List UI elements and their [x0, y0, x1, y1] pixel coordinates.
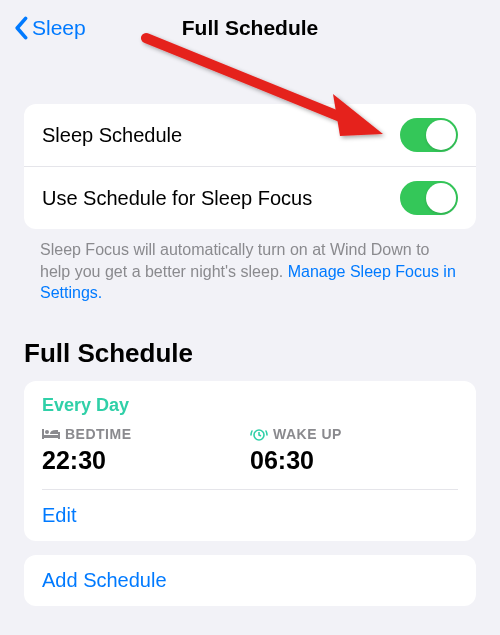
back-button[interactable]: Sleep — [14, 16, 86, 40]
alarm-icon — [250, 427, 268, 441]
use-schedule-focus-toggle[interactable] — [400, 181, 458, 215]
svg-rect-1 — [42, 429, 44, 439]
bedtime-value: 22:30 — [42, 446, 250, 475]
use-schedule-focus-label: Use Schedule for Sleep Focus — [42, 187, 312, 210]
wakeup-label: WAKE UP — [273, 426, 342, 442]
section-header: Full Schedule — [24, 338, 476, 369]
settings-card: Sleep Schedule Use Schedule for Sleep Fo… — [24, 104, 476, 229]
footnote: Sleep Focus will automatically turn on a… — [24, 239, 476, 304]
toggle-knob — [426, 120, 456, 150]
wakeup-col: WAKE UP 06:30 — [250, 426, 458, 475]
page-title: Full Schedule — [182, 16, 319, 40]
wakeup-label-row: WAKE UP — [250, 426, 458, 442]
schedule-card: Every Day BEDTIME 22:30 — [24, 381, 476, 541]
bedtime-label: BEDTIME — [65, 426, 132, 442]
svg-rect-2 — [58, 432, 60, 439]
toggle-knob — [426, 183, 456, 213]
chevron-left-icon — [14, 16, 30, 40]
back-label: Sleep — [32, 16, 86, 40]
bedtime-col: BEDTIME 22:30 — [42, 426, 250, 475]
wakeup-value: 06:30 — [250, 446, 458, 475]
use-schedule-focus-row: Use Schedule for Sleep Focus — [24, 166, 476, 229]
sleep-schedule-row: Sleep Schedule — [24, 104, 476, 166]
navigation-header: Sleep Full Schedule — [0, 0, 500, 56]
add-schedule-button[interactable]: Add Schedule — [24, 555, 476, 606]
svg-rect-0 — [42, 435, 60, 438]
schedule-block[interactable]: Every Day BEDTIME 22:30 — [24, 381, 476, 489]
bed-icon — [42, 428, 60, 440]
svg-point-3 — [45, 430, 49, 434]
bedtime-label-row: BEDTIME — [42, 426, 250, 442]
edit-schedule-button[interactable]: Edit — [24, 490, 476, 541]
sleep-schedule-label: Sleep Schedule — [42, 124, 182, 147]
sleep-schedule-toggle[interactable] — [400, 118, 458, 152]
schedule-days: Every Day — [42, 395, 458, 416]
